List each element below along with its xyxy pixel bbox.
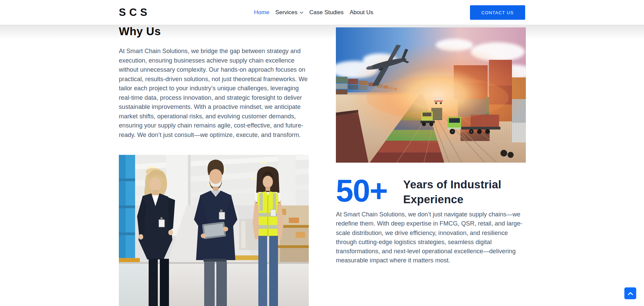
chevron-up-icon <box>628 292 633 295</box>
chevron-down-icon <box>300 11 303 14</box>
experience-paragraph: At Smart Chain Solutions, we don’t just … <box>336 210 527 265</box>
main-nav: Home Services Case Studies About Us <box>254 0 373 25</box>
header-inner: SCS Home Services Case Studies About Us … <box>119 0 525 25</box>
experience-stat-value: 50+ <box>336 175 387 206</box>
team-warehouse-photo <box>119 155 309 306</box>
experience-stat-row: 50+ Years of Industrial Experience <box>336 175 508 207</box>
nav-item-home[interactable]: Home <box>254 9 269 15</box>
nav-item-about-us[interactable]: About Us <box>350 9 373 15</box>
scroll-to-top-button[interactable] <box>624 287 636 299</box>
logo[interactable]: SCS <box>119 6 151 19</box>
contact-us-button[interactable]: CONTACT US <box>470 5 525 20</box>
page: { "theme": { "accent_blue": "#0d64ec", "… <box>0 0 644 306</box>
why-us-paragraph: At Smart Chain Solutions, we bridge the … <box>119 47 309 140</box>
header-shadow <box>0 25 644 40</box>
nav-item-case-studies[interactable]: Case Studies <box>309 9 344 15</box>
warm-haze <box>366 76 509 119</box>
experience-title: Years of Industrial Experience <box>403 175 508 207</box>
nav-item-services-label: Services <box>275 9 297 15</box>
tires <box>500 150 507 157</box>
nav-item-services[interactable]: Services <box>275 9 303 15</box>
why-us-title: Why Us <box>119 24 161 39</box>
site-header: SCS Home Services Case Studies About Us … <box>0 0 644 25</box>
logistics-yard-photo <box>336 27 526 163</box>
